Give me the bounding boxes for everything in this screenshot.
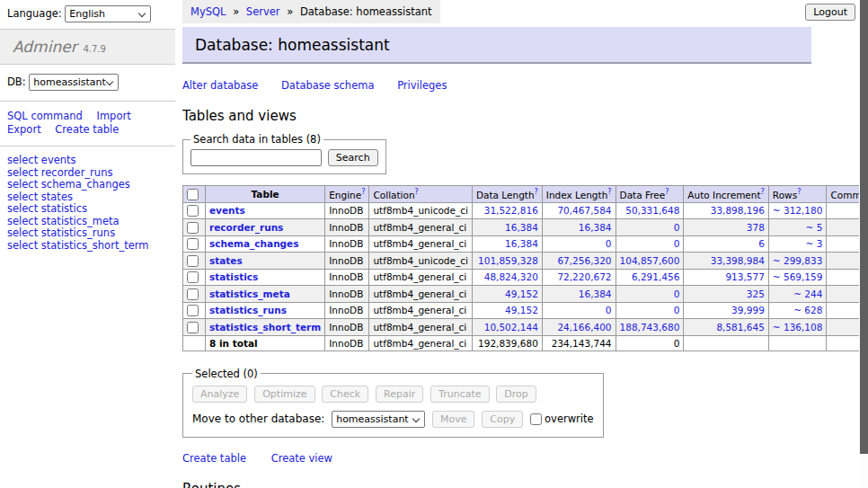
row-select-checkbox[interactable] xyxy=(187,288,199,300)
sidebar-link-sql-command[interactable]: SQL command xyxy=(7,110,83,122)
scrollbar-thumb[interactable] xyxy=(860,0,868,454)
rows-link[interactable]: ~ 569,159 xyxy=(773,271,823,282)
optimize-button[interactable]: Optimize xyxy=(254,386,314,403)
data-free-link[interactable]: 188,743,680 xyxy=(620,322,680,333)
db-select[interactable]: homeassistant xyxy=(29,74,119,91)
vertical-scrollbar[interactable] xyxy=(859,0,868,488)
table-name-link[interactable]: statistics xyxy=(209,271,258,282)
data-length-link[interactable]: 16,384 xyxy=(505,222,538,233)
data-free-link[interactable]: 0 xyxy=(674,238,680,249)
auto-increment-link[interactable]: 325 xyxy=(747,288,765,299)
sidebar-select-schema-changes[interactable]: select schema_changes xyxy=(7,179,168,191)
index-length-link[interactable]: 70,467,584 xyxy=(557,205,611,216)
index-length-link[interactable]: 0 xyxy=(606,238,612,249)
analyze-button[interactable]: Analyze xyxy=(192,386,247,403)
rows-link[interactable]: ~ 136,108 xyxy=(773,322,823,333)
create-view-link[interactable]: Create view xyxy=(271,452,332,465)
table-name-link[interactable]: statistics_short_term xyxy=(209,322,321,333)
sidebar-select-statistics-runs[interactable]: select statistics_runs xyxy=(7,227,168,239)
table-name-link[interactable]: states xyxy=(209,255,243,266)
rows-link[interactable]: ~ 5 xyxy=(806,222,823,233)
row-select-checkbox[interactable] xyxy=(187,271,199,283)
move-database-select-control[interactable]: homeassistant xyxy=(332,412,427,427)
select-all-checkbox[interactable] xyxy=(187,189,199,200)
database-schema-link[interactable]: Database schema xyxy=(281,79,374,92)
rows-link[interactable]: ~ 312,180 xyxy=(773,205,823,216)
sidebar-select-events[interactable]: select events xyxy=(7,155,168,166)
create-table-link[interactable]: Create table xyxy=(182,452,246,465)
data-length-link[interactable]: 10,502,144 xyxy=(484,322,538,333)
sidebar-select-recorder-runs[interactable]: select recorder_runs xyxy=(7,167,168,179)
data-length-link[interactable]: 16,384 xyxy=(505,238,538,249)
check-button[interactable]: Check xyxy=(322,386,368,403)
privileges-link[interactable]: Privileges xyxy=(397,79,447,92)
sidebar-select-states[interactable]: select states xyxy=(7,191,168,203)
row-select-checkbox[interactable] xyxy=(187,255,199,267)
auto-increment-link[interactable]: 378 xyxy=(747,222,765,233)
language-select[interactable]: English xyxy=(65,5,151,22)
help-link[interactable]: ? xyxy=(415,188,419,196)
rows-link[interactable]: ~ 628 xyxy=(793,305,822,315)
data-length-link[interactable]: 101,859,328 xyxy=(478,255,538,266)
index-length-link[interactable]: 16,384 xyxy=(579,288,612,299)
data-free-link[interactable]: 0 xyxy=(674,288,680,299)
truncate-button[interactable]: Truncate xyxy=(430,386,489,403)
move-database-select[interactable]: homeassistant xyxy=(332,411,425,428)
data-length-link[interactable]: 49,152 xyxy=(505,288,538,299)
data-length-link[interactable]: 48,824,320 xyxy=(484,271,538,282)
table-name-link[interactable]: recorder_runs xyxy=(209,222,283,233)
row-select-checkbox[interactable] xyxy=(187,305,199,316)
rows-link[interactable]: ~ 299,833 xyxy=(773,255,823,266)
index-length-link[interactable]: 72,220,672 xyxy=(557,271,611,282)
search-input[interactable] xyxy=(190,149,322,166)
search-button[interactable]: Search xyxy=(328,149,378,166)
auto-increment-link[interactable]: 33,898,196 xyxy=(711,205,765,216)
overwrite-option[interactable]: overwrite xyxy=(530,413,594,425)
index-length-link[interactable]: 16,384 xyxy=(579,222,612,233)
sidebar-link-create-table[interactable]: Create table xyxy=(55,123,119,136)
db-select-control[interactable]: homeassistant xyxy=(30,75,124,90)
sidebar-link-import[interactable]: Import xyxy=(96,110,130,122)
move-button[interactable]: Move xyxy=(432,411,475,428)
index-length-link[interactable]: 67,256,320 xyxy=(557,255,611,266)
help-link[interactable]: ? xyxy=(607,188,611,196)
table-name-link[interactable]: statistics_runs xyxy=(209,305,287,315)
data-free-link[interactable]: 0 xyxy=(674,222,680,233)
table-name-link[interactable]: events xyxy=(209,205,245,216)
data-free-link[interactable]: 104,857,600 xyxy=(620,255,680,266)
auto-increment-link[interactable]: 6 xyxy=(758,238,765,249)
sidebar-select-statistics[interactable]: select statistics xyxy=(7,203,168,215)
drop-button[interactable]: Drop xyxy=(496,386,536,403)
row-select-checkbox[interactable] xyxy=(187,322,199,333)
row-select-checkbox[interactable] xyxy=(187,222,199,234)
help-link[interactable]: ? xyxy=(361,188,365,196)
help-link[interactable]: ? xyxy=(535,188,538,196)
overwrite-checkbox[interactable] xyxy=(530,413,542,425)
breadcrumb-server-link[interactable]: Server xyxy=(246,5,280,18)
data-free-link[interactable]: 50,331,648 xyxy=(625,205,679,216)
help-link[interactable]: ? xyxy=(761,188,765,196)
data-free-link[interactable]: 0 xyxy=(674,305,680,315)
data-length-link[interactable]: 31,522,816 xyxy=(484,205,538,216)
copy-button[interactable]: Copy xyxy=(482,411,523,428)
language-select-control[interactable]: English xyxy=(66,6,123,22)
sidebar-link-export[interactable]: Export xyxy=(7,123,41,136)
breadcrumb-mysql-link[interactable]: MySQL xyxy=(190,5,226,18)
auto-increment-link[interactable]: 39,999 xyxy=(731,305,765,315)
index-length-link[interactable]: 24,166,400 xyxy=(557,322,611,333)
table-name-link[interactable]: schema_changes xyxy=(209,238,299,249)
help-link[interactable]: ? xyxy=(797,188,801,196)
auto-increment-link[interactable]: 33,398,984 xyxy=(711,255,765,266)
sidebar-select-statistics-short-term[interactable]: select statistics_short_term xyxy=(7,240,168,252)
table-name-link[interactable]: statistics_meta xyxy=(209,288,290,299)
repair-button[interactable]: Repair xyxy=(376,386,423,403)
data-length-link[interactable]: 49,152 xyxy=(505,305,538,315)
alter-database-link[interactable]: Alter database xyxy=(182,79,258,92)
row-select-checkbox[interactable] xyxy=(187,238,199,250)
row-select-checkbox[interactable] xyxy=(187,205,199,217)
data-free-link[interactable]: 6,291,456 xyxy=(632,271,679,282)
index-length-link[interactable]: 0 xyxy=(606,305,612,315)
auto-increment-link[interactable]: 913,577 xyxy=(725,271,764,282)
rows-link[interactable]: ~ 3 xyxy=(806,238,823,249)
rows-link[interactable]: ~ 244 xyxy=(793,288,822,299)
